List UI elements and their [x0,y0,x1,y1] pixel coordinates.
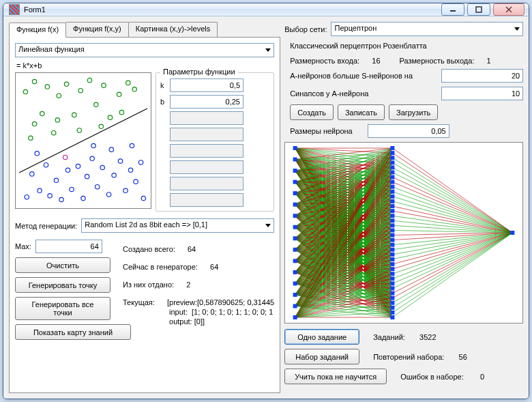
svg-line-661 [393,233,513,293]
svg-rect-706 [391,257,395,261]
created-value: 64 [188,245,196,253]
svg-line-643 [393,206,513,233]
param-8-input[interactable] [170,193,243,207]
param-6-input[interactable] [170,160,243,174]
a-more-s-input[interactable] [441,69,523,83]
gen-controls: Max: Очистить Генерировать точку Генерир… [15,240,117,340]
tasks-value: 3522 [419,333,436,341]
svg-point-51 [91,143,95,147]
param-7-input[interactable] [170,177,243,190]
svg-point-35 [70,187,74,191]
svg-rect-685 [391,156,395,160]
svg-rect-674 [293,225,297,229]
current-value: [preview:[0,587890625; 0,31445 input: [1… [167,298,274,326]
svg-rect-700 [391,228,395,232]
svg-point-19 [117,92,121,96]
load-button[interactable]: Загрузить [389,104,438,120]
err-label: Ошибок в наборе: [400,373,464,381]
svg-rect-671 [293,191,297,195]
k-label: k [160,81,167,89]
svg-point-14 [78,88,83,92]
app-window: Form1 Функция f(x) Функция f(x,y) Картин… [3,3,529,399]
svg-point-9 [45,85,49,89]
param-3-input[interactable] [170,111,243,125]
param-5-input[interactable] [170,144,243,158]
svg-rect-699 [391,223,395,227]
svg-rect-718 [391,315,395,319]
svg-point-11 [57,94,61,98]
show-map-button[interactable]: Показать карту знаний [15,324,131,340]
window-title: Form1 [24,5,441,14]
svg-line-653 [393,233,513,255]
svg-point-41 [100,165,104,169]
max-input[interactable] [35,240,102,253]
svg-rect-713 [391,291,395,296]
tab-strip: Функция f(x) Функция f(x,y) Картинка (x,… [9,22,280,37]
tab-fx[interactable]: Функция f(x) [9,23,66,38]
svg-rect-686 [391,160,395,164]
gen-method-select[interactable]: Random List 2d as 8bit each => [0,1] [81,218,274,233]
svg-line-4 [19,109,147,173]
svg-point-46 [128,168,132,172]
syn-input[interactable] [441,87,523,100]
maximize-button[interactable] [467,3,490,16]
create-button[interactable]: Создать [290,104,334,120]
gen-point-button[interactable]: Генерировать точку [15,277,110,293]
svg-rect-675 [293,236,297,240]
err-value: 0 [480,373,484,381]
given-label: Из них отдано: [123,281,174,289]
svg-rect-703 [391,243,395,247]
svg-rect-669 [293,169,297,173]
minimize-button[interactable] [441,3,464,16]
current-label: Текущая: [123,298,155,306]
save-button[interactable]: Записать [338,104,385,120]
right-pane: Выбор сети: Перцептрон Классический перц… [284,22,523,393]
clear-button[interactable]: Очистить [15,257,110,273]
function-select[interactable]: Линейная функция [15,43,274,57]
net-choose-select[interactable]: Перцептрон [331,22,523,36]
svg-point-20 [126,81,130,85]
param-4-input[interactable] [170,128,243,141]
svg-point-42 [106,192,110,197]
k-input[interactable] [170,78,243,92]
params-legend: Параметры функции [160,68,238,76]
svg-rect-691 [391,185,395,189]
svg-point-21 [132,87,136,91]
svg-rect-711 [391,281,395,285]
window-buttons [441,3,524,16]
svg-point-32 [54,178,58,182]
svg-line-632 [393,153,513,233]
one-task-button[interactable]: Одно задание [284,329,359,345]
content: Функция f(x) Функция f(x,y) Картинка (x,… [3,16,529,399]
out-dim-value: 1 [487,57,491,65]
in-dim-value: 16 [372,57,380,65]
svg-point-31 [48,194,52,198]
syn-label: Синапсов у А-нейрона [290,89,437,98]
rep-label: Повторений набора: [373,353,444,361]
svg-line-658 [393,233,513,278]
svg-point-36 [76,164,80,168]
svg-line-642 [393,201,513,233]
tab-body: Линейная функция = k*x+b Параметры функц… [9,37,280,393]
neuron-size-input[interactable] [368,124,449,138]
svg-point-27 [25,195,29,199]
scatter-plot [15,72,151,209]
svg-point-25 [119,110,123,114]
close-button[interactable] [493,3,524,16]
svg-line-664 [393,233,513,308]
tab-fxy[interactable]: Функция f(x,y) [65,22,129,37]
gen-all-button[interactable]: Генерировать все точки [15,297,110,320]
svg-rect-702 [391,238,395,242]
svg-line-665 [393,233,513,313]
svg-point-49 [141,196,145,200]
svg-rect-704 [391,248,395,252]
learn-button[interactable]: Учить пока не научится [284,369,387,384]
app-icon [9,4,20,15]
tasks-label: Заданий: [373,333,405,341]
params-group: Параметры функции k b [156,72,274,212]
tab-image[interactable]: Картинка (x,y)->levels [128,22,218,37]
task-set-button[interactable]: Набор заданий [284,349,359,364]
svg-rect-698 [391,218,395,222]
svg-point-29 [38,188,42,192]
b-input[interactable] [170,95,243,109]
